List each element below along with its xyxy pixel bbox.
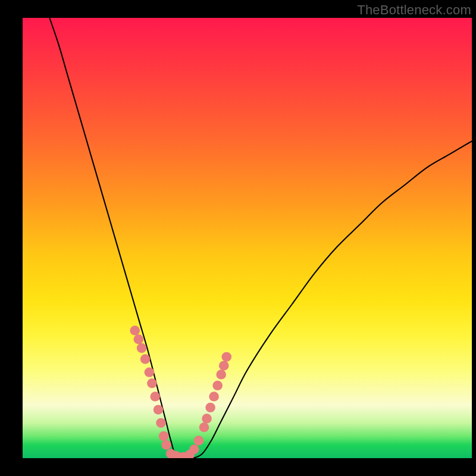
marker-dot — [137, 343, 147, 353]
marker-dot — [212, 381, 223, 390]
marker-dot — [221, 352, 231, 362]
marker-dot — [140, 354, 151, 364]
bottleneck-curve — [49, 18, 472, 458]
curve-svg — [23, 18, 472, 458]
marker-dot — [209, 392, 219, 401]
marker-dot — [189, 444, 199, 454]
chart-frame: TheBottleneck.com — [0, 0, 476, 476]
marker-dot — [194, 436, 204, 445]
marker-dot — [147, 378, 157, 388]
marker-dot — [205, 403, 215, 412]
marker-dot — [156, 418, 166, 428]
plot-area — [23, 18, 472, 458]
marker-dot — [150, 392, 160, 401]
marker-dot — [202, 414, 212, 423]
marker-dot — [133, 334, 143, 344]
marker-dot — [130, 325, 140, 335]
marker-dot — [199, 422, 209, 432]
marker-dot — [216, 369, 226, 379]
marker-dot — [219, 361, 229, 370]
watermark-text: TheBottleneck.com — [357, 2, 471, 18]
marker-dot — [159, 431, 169, 441]
dot-cluster — [130, 325, 231, 458]
marker-dot — [154, 405, 164, 414]
marker-dot — [145, 368, 155, 377]
marker-dot — [161, 440, 171, 450]
